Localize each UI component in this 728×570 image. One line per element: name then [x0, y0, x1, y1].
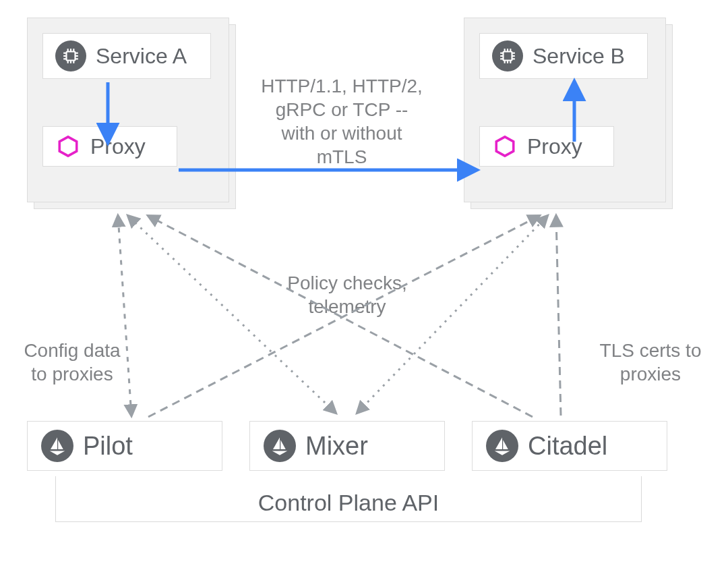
svg-marker-13	[59, 137, 77, 156]
node-proxy-b: Proxy	[479, 126, 614, 167]
sail-icon	[486, 430, 518, 462]
svg-rect-14	[504, 52, 512, 61]
chip-icon	[492, 40, 523, 72]
pod-service-a: Service A Proxy	[27, 18, 229, 202]
chip-icon	[55, 40, 86, 72]
citadel-label: Citadel	[528, 432, 607, 461]
component-mixer: Mixer	[249, 421, 445, 471]
pod-service-b: Service B Proxy	[464, 18, 666, 202]
svg-marker-27	[496, 137, 514, 156]
node-proxy-a: Proxy	[42, 126, 177, 167]
control-plane-api-box: Control Plane API	[55, 476, 642, 522]
chip-svg	[62, 47, 80, 65]
node-service-a: Service A	[42, 33, 211, 79]
service-a-label: Service A	[96, 45, 187, 67]
control-plane-api-label: Control Plane API	[258, 490, 439, 516]
annotation-policy: Policy checks,telemetry	[270, 271, 425, 318]
arrow-citadel-to-proxy-b	[556, 216, 561, 416]
sail-svg	[270, 436, 290, 456]
hexagon-svg	[493, 135, 516, 158]
component-citadel: Citadel	[472, 421, 667, 471]
annotation-protocol: HTTP/1.1, HTTP/2,gRPC or TCP --with or w…	[244, 74, 439, 169]
proxy-a-label: Proxy	[90, 136, 146, 157]
hexagon-icon	[492, 134, 518, 159]
sail-icon	[264, 430, 296, 462]
svg-rect-0	[67, 52, 75, 61]
annotation-config: Config datato proxies	[8, 339, 136, 386]
proxy-b-label: Proxy	[527, 136, 582, 157]
sail-icon	[41, 430, 73, 462]
service-b-label: Service B	[533, 45, 625, 67]
mixer-label: Mixer	[305, 432, 368, 461]
pilot-label: Pilot	[83, 432, 133, 461]
node-service-b: Service B	[479, 33, 648, 79]
annotation-certs: TLS certs toproxies	[586, 339, 715, 386]
hexagon-icon	[55, 134, 81, 159]
component-pilot: Pilot	[27, 421, 222, 471]
chip-svg	[499, 47, 516, 65]
diagram-canvas: Service A Proxy	[0, 0, 728, 570]
hexagon-svg	[57, 135, 80, 158]
sail-svg	[492, 436, 512, 456]
sail-svg	[47, 436, 67, 456]
